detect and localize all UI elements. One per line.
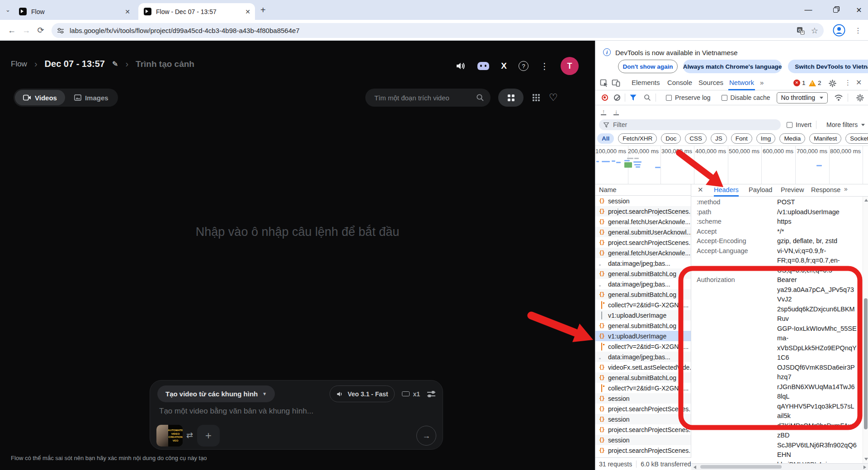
window-close-button[interactable]: ✕ (850, 4, 868, 16)
add-frame-button[interactable]: + (197, 425, 220, 446)
record-network-log-icon[interactable] (602, 94, 608, 101)
details-tab-response[interactable]: Response (811, 184, 840, 197)
details-tab-preview[interactable]: Preview (781, 184, 804, 197)
browser-menu-icon[interactable]: ⋮ (853, 25, 863, 36)
request-row[interactable]: v1:uploadUserImage (595, 310, 691, 320)
frame-thumbnail[interactable]: AUTOMATE VIDEO CREATION VEO (156, 425, 183, 446)
details-horizontal-scrollbar[interactable] (691, 463, 868, 470)
request-row[interactable]: {}session (595, 435, 691, 445)
forward-icon[interactable]: → (21, 25, 32, 36)
request-row[interactable]: {}general.submitBatchLog (595, 372, 691, 383)
output-count-button[interactable]: x1 (402, 390, 420, 398)
checkbox[interactable] (722, 95, 727, 101)
request-row[interactable]: collect?v=2&tid=G-X2GNH... (595, 341, 691, 352)
scroll-left-icon[interactable] (693, 465, 696, 469)
request-row[interactable]: collect?v=2&tid=G-X2GNH... (595, 383, 691, 393)
search-network-icon[interactable] (644, 94, 651, 101)
devtools-menu-icon[interactable]: ⋮ (844, 76, 852, 90)
inspect-element-icon[interactable] (600, 79, 608, 87)
grid-view-button[interactable] (498, 89, 524, 107)
devtools-tab-network[interactable]: Network (728, 76, 755, 90)
submit-prompt-button[interactable]: → (416, 426, 436, 446)
speaker-icon[interactable] (456, 61, 466, 70)
tab-close-icon[interactable]: ✕ (125, 8, 130, 15)
request-row[interactable]: {}project.searchProjectScenes... (595, 404, 691, 414)
details-tab-payload[interactable]: Payload (749, 184, 772, 197)
browser-tab-flow-project[interactable]: Flow - Dec 07 - 13:57 ✕ (138, 3, 255, 20)
network-overview-timeline[interactable]: 100,000 ms200,000 ms300,000 ms400,000 ms… (595, 146, 868, 184)
discord-icon[interactable] (477, 62, 489, 70)
settings-gear-icon[interactable] (829, 80, 836, 87)
filter-chip-fetch-xhr[interactable]: Fetch/XHR (618, 133, 657, 144)
console-warning-badge[interactable]: 2 (809, 80, 821, 86)
search-icon[interactable] (476, 94, 484, 102)
site-settings-icon[interactable] (57, 27, 64, 34)
request-row[interactable]: {}session (595, 393, 691, 404)
filter-chip-js[interactable]: JS (711, 133, 727, 144)
x-twitter-icon[interactable]: X (501, 61, 507, 71)
translate-icon[interactable]: G (797, 27, 805, 35)
settings-sliders-icon[interactable] (427, 390, 435, 398)
request-row[interactable]: data:image/jpeg;bas... (595, 279, 691, 289)
scrollbar-thumb[interactable] (864, 298, 868, 429)
checkbox[interactable] (787, 122, 793, 128)
checkbox[interactable] (666, 95, 672, 101)
browser-tab-flow[interactable]: Flow ✕ (14, 3, 135, 20)
tab-videos[interactable]: Videos (15, 90, 65, 105)
chevron-down-icon[interactable]: ⌄ (5, 6, 10, 13)
profile-avatar-icon[interactable] (833, 24, 845, 37)
scroll-down-icon[interactable] (864, 458, 868, 461)
edit-pencil-icon[interactable]: ✎ (112, 60, 118, 68)
match-language-button[interactable]: Always match Chrome's language (683, 60, 782, 73)
address-bar[interactable]: labs.google/fx/vi/tools/flow/project/d99… (52, 23, 824, 38)
dont-show-again-button[interactable]: Don't show again (618, 60, 678, 73)
generation-mode-button[interactable]: Tạo video từ các khung hình ▼ (157, 385, 275, 402)
export-har-icon[interactable]: ↓ (613, 109, 619, 115)
help-icon[interactable]: ? (519, 61, 528, 71)
reload-icon[interactable]: ⟳ (35, 25, 46, 36)
request-row[interactable]: {}session (595, 414, 691, 424)
filter-chip-font[interactable]: Font (731, 133, 752, 144)
close-details-icon[interactable]: ✕ (698, 186, 703, 194)
window-minimize-button[interactable]: — (799, 4, 817, 16)
request-row[interactable]: {}session (595, 196, 691, 206)
network-settings-gear-icon[interactable] (856, 94, 864, 102)
new-tab-button[interactable]: + (260, 6, 266, 14)
request-row[interactable]: {}general.fetchUserAcknowle... (595, 216, 691, 227)
scrollbar-thumb[interactable] (700, 465, 782, 469)
filter-chip-media[interactable]: Media (779, 133, 805, 144)
details-scrollbar[interactable] (863, 197, 868, 463)
disable-cache-toggle[interactable]: Disable cache (722, 94, 770, 101)
swap-frames-icon[interactable]: ⇄ (186, 430, 193, 440)
devtools-close-icon[interactable]: ✕ (855, 76, 863, 90)
filter-chip-manifest[interactable]: Manifest (809, 133, 841, 144)
user-avatar[interactable]: T (561, 57, 579, 75)
request-row[interactable]: data:image/jpeg;bas... (595, 258, 691, 268)
request-row-selected[interactable]: {}v1:uploadUserImage (595, 331, 691, 341)
column-header-name[interactable]: Name (595, 184, 691, 196)
favorites-heart-icon[interactable]: ♡ (549, 89, 558, 107)
request-row[interactable]: {}project.searchProjectScenes... (595, 445, 691, 456)
console-error-badge[interactable]: ✕ 1 (793, 80, 806, 86)
request-row[interactable]: collect?v=2&tid=G-X2GNH... (595, 300, 691, 310)
devtools-tab-console[interactable]: Console (666, 76, 693, 90)
search-input[interactable] (374, 94, 476, 102)
devtools-tab-elements[interactable]: Elements (631, 76, 661, 90)
network-conditions-icon[interactable] (834, 94, 843, 102)
more-options-icon[interactable]: ⋮ (540, 61, 549, 71)
tab-images[interactable]: Images (66, 90, 117, 105)
filter-chip-all[interactable]: All (597, 133, 614, 144)
more-filters-button[interactable]: More filters (826, 121, 865, 128)
request-row[interactable]: {}general.submitBatchLog (595, 320, 691, 331)
switch-language-button[interactable]: Switch DevTools to Vietnam (788, 60, 868, 73)
breadcrumb-app[interactable]: Flow (11, 60, 27, 69)
import-har-icon[interactable]: ↑ (601, 109, 606, 115)
request-row[interactable]: {}general.fetchUserAcknowle... (595, 248, 691, 258)
breadcrumb-project-title[interactable]: Dec 07 - 13:57 (45, 59, 105, 69)
request-row[interactable]: {}videoFx.setLastSelectedVide... (595, 362, 691, 372)
filter-chip-socket[interactable]: Socket (845, 133, 868, 144)
tab-close-icon[interactable]: ✕ (245, 8, 250, 15)
request-row[interactable]: {}general.submitBatchLog (595, 289, 691, 300)
request-row[interactable]: {}project.searchProjectScenes... (595, 424, 691, 435)
request-row[interactable]: {}project.searchProjectScenes... (595, 206, 691, 216)
